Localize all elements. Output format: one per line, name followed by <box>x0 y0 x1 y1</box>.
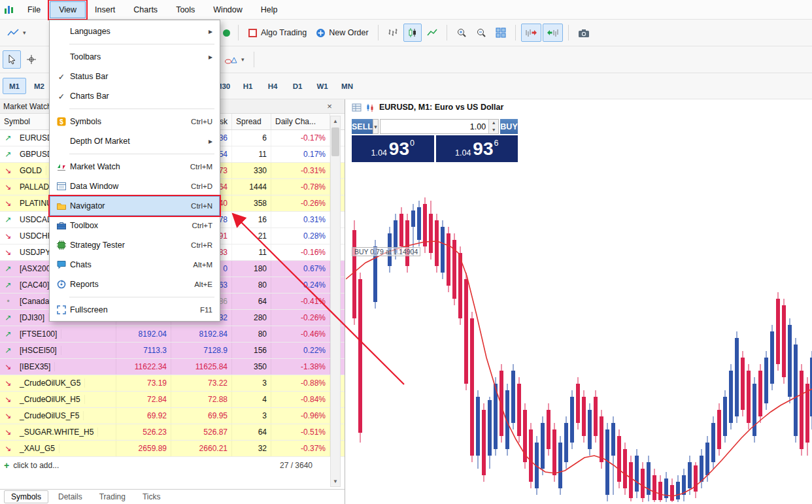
tab-symbols[interactable]: Symbols <box>4 490 48 503</box>
candlestick <box>482 403 486 482</box>
market-watch-row[interactable]: ↗[HSCEI50]7113.37128.91560.22% <box>0 343 345 359</box>
timeframe-h4[interactable]: H4 <box>261 78 284 94</box>
tab-details[interactable]: Details <box>51 490 90 503</box>
candlestick <box>641 462 645 502</box>
market-watch-row[interactable]: ↘_CrudeOilUS_F569.9269.953-0.96% <box>0 408 345 424</box>
bar-chart-button[interactable] <box>384 24 402 42</box>
view-menu-item-depth-of-market[interactable]: Depth Of Market▸ <box>50 131 220 151</box>
trade-options-dropdown[interactable]: ▾ <box>373 119 379 134</box>
timeframe-w1[interactable]: W1 <box>311 78 334 94</box>
daily-change-cell: -1.38% <box>271 359 330 375</box>
tile-windows-button[interactable] <box>492 24 510 42</box>
timeframe-m1[interactable]: M1 <box>3 78 26 94</box>
menu-item-label: Languages <box>70 27 209 36</box>
tab-ticks[interactable]: Ticks <box>135 490 168 503</box>
view-menu-item-toolbox[interactable]: ToolboxCtrl+T <box>50 216 220 235</box>
timeframe-m2[interactable]: M2 <box>27 78 51 94</box>
column-header-spread[interactable]: Spread <box>232 114 271 129</box>
zoom-out-button[interactable] <box>472 24 490 42</box>
candlestick <box>711 416 715 469</box>
screenshot-button[interactable] <box>574 24 594 42</box>
scrollbar-thumb[interactable] <box>331 127 339 156</box>
candlestick <box>447 227 450 292</box>
timeframe-h1[interactable]: H1 <box>236 78 260 94</box>
separator <box>447 25 447 41</box>
volume-up-icon[interactable]: ▲ <box>489 120 498 127</box>
menu-insert[interactable]: Insert <box>86 1 124 18</box>
volume-down-icon[interactable]: ▼ <box>489 127 498 134</box>
buy-price-display[interactable]: 1.04 93 6 <box>436 135 518 162</box>
view-menu-item-chats[interactable]: ChatsAlt+M <box>50 255 220 275</box>
menu-separator <box>69 297 214 297</box>
market-watch-row[interactable]: ↘_SUGAR.WHITE_H5526.23526.8764-0.51% <box>0 424 345 441</box>
new-order-icon <box>316 28 326 38</box>
view-menu-item-market-watch[interactable]: Market WatchCtrl+M <box>50 157 220 176</box>
auto-scroll-button[interactable] <box>543 24 563 42</box>
chart-profile-button[interactable]: ▾ <box>3 24 30 42</box>
menu-file[interactable]: File <box>18 1 50 18</box>
cursor-button[interactable] <box>3 50 21 69</box>
menu-view[interactable]: View <box>50 1 86 18</box>
objects-dropdown-button[interactable]: ▾ <box>220 50 248 69</box>
add-symbol-row[interactable]: + click to add... 27 / 3640 <box>0 457 331 473</box>
volume-input[interactable] <box>381 120 488 133</box>
zoom-out-icon <box>476 27 486 38</box>
view-menu-item-toolbars[interactable]: Toolbars▸ <box>50 47 220 67</box>
sell-price-base: 1.04 <box>371 148 387 162</box>
timeframe-mn[interactable]: MN <box>335 78 359 94</box>
timeframe-d1[interactable]: D1 <box>286 78 309 94</box>
menu-item-shortcut: Ctrl+D <box>191 182 212 190</box>
symbol-counter: 27 / 3640 <box>280 461 313 470</box>
tick-down-icon: ↘ <box>4 378 12 388</box>
market-watch-row[interactable]: ↘_XAU_G52659.892660.2132-0.37% <box>0 441 345 457</box>
shift-end-of-chart-button[interactable] <box>521 24 541 42</box>
chats-icon <box>53 260 70 270</box>
column-header-daily-cha[interactable]: Daily Cha... <box>271 114 330 129</box>
market-watch-row[interactable]: ↘[IBEX35]11622.3411625.84350-1.38% <box>0 359 345 375</box>
new-order-button[interactable]: New Order <box>312 24 372 42</box>
view-menu-item-symbols[interactable]: $SymbolsCtrl+U <box>50 112 220 131</box>
market-watch-scrollbar[interactable]: ▲ ▼ <box>330 116 341 487</box>
close-icon[interactable]: × <box>324 101 335 111</box>
chart-panel[interactable]: EURUSD, M1: Euro vs US Dollar SELL ▾ ▲ ▼… <box>346 99 812 504</box>
candlestick <box>429 201 433 260</box>
menu-help[interactable]: Help <box>252 1 287 18</box>
market-watch-row[interactable]: ↘_CrudeOilUK_H572.8472.884-0.84% <box>0 392 345 408</box>
candlestick-chart-button[interactable] <box>403 24 422 42</box>
view-menu-item-reports[interactable]: ReportsAlt+E <box>50 275 220 294</box>
view-menu-item-strategy-tester[interactable]: Strategy TesterCtrl+R <box>50 235 220 255</box>
menu-charts[interactable]: Charts <box>124 1 167 18</box>
symbol-name: [FTSE100] <box>16 329 61 339</box>
line-chart-button[interactable] <box>423 24 441 42</box>
scroll-down-icon[interactable]: ▼ <box>331 477 340 486</box>
menu-window[interactable]: Window <box>204 1 251 18</box>
zoom-in-button[interactable] <box>452 24 471 42</box>
market-watch-row[interactable]: ↘_CrudeOilUK_G573.1973.223-0.88% <box>0 375 345 392</box>
scroll-up-icon[interactable]: ▲ <box>331 116 340 126</box>
sell-price-display[interactable]: 1.04 93 0 <box>352 135 434 162</box>
menu-tools[interactable]: Tools <box>167 1 204 18</box>
menu-item-label: Strategy Tester <box>70 241 191 250</box>
tab-trading[interactable]: Trading <box>92 490 133 503</box>
menu-item-shortcut: Ctrl+N <box>191 202 212 210</box>
menu-separator <box>69 154 214 154</box>
view-menu-item-data-window[interactable]: Data WindowCtrl+D <box>50 176 220 196</box>
view-menu-item-languages[interactable]: Languages▸ <box>50 22 220 41</box>
menu-item-label: Data Window <box>70 182 191 191</box>
view-menu-item-navigator[interactable]: NavigatorCtrl+N <box>50 196 220 216</box>
candlestick <box>358 273 362 443</box>
algo-trading-button[interactable]: Algo Trading <box>244 24 311 42</box>
view-menu-item-charts-bar[interactable]: ✓Charts Bar <box>50 86 220 106</box>
market-watch-row[interactable]: ↗[FTSE100]8192.048192.8480-0.46% <box>0 326 345 343</box>
candlestick <box>635 449 639 498</box>
crosshair-button[interactable] <box>22 50 41 69</box>
candlestick <box>523 403 527 469</box>
view-menu-item-status-bar[interactable]: ✓Status Bar <box>50 67 220 86</box>
sell-button[interactable]: SELL <box>352 119 373 134</box>
view-menu-item-fullscreen[interactable]: FullscreenF11 <box>50 300 220 320</box>
candlestick <box>541 416 545 475</box>
connection-status-icon <box>223 29 230 37</box>
daily-change-cell: 0.67% <box>271 261 330 277</box>
buy-button[interactable]: BUY <box>500 119 518 134</box>
candlestick <box>417 201 421 246</box>
